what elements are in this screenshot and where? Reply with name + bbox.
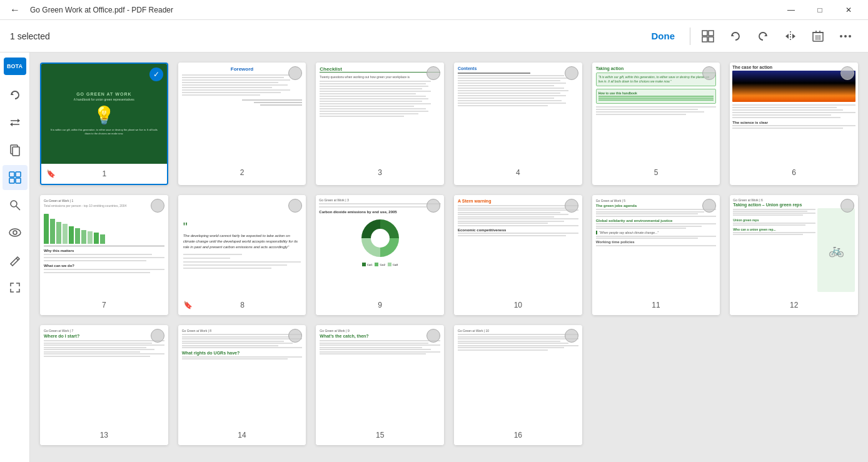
svg-point-28 bbox=[11, 201, 17, 207]
rotate-left-button[interactable] bbox=[723, 24, 748, 49]
svg-point-18 bbox=[849, 35, 851, 38]
svg-rect-2 bbox=[702, 37, 707, 42]
delete-button[interactable] bbox=[805, 24, 830, 49]
page-9-footer: 9 bbox=[316, 295, 444, 315]
sidebar-btn-search[interactable] bbox=[3, 193, 28, 218]
thumbnail-page-1[interactable]: GO GREEN AT WORK A handbook for union gr… bbox=[40, 63, 168, 185]
toolbar-divider bbox=[690, 28, 690, 45]
more-icon bbox=[839, 34, 852, 38]
more-button[interactable] bbox=[833, 24, 858, 49]
svg-rect-0 bbox=[702, 31, 707, 36]
svg-marker-20 bbox=[18, 119, 20, 123]
selected-count: 1 selected bbox=[10, 31, 50, 41]
svg-rect-25 bbox=[16, 172, 21, 177]
svg-point-17 bbox=[844, 35, 847, 38]
svg-line-29 bbox=[16, 206, 20, 210]
page-3-footer: 3 bbox=[316, 163, 444, 183]
main-content: BOTA bbox=[0, 53, 868, 462]
thumbnail-page-3[interactable]: Checklist Twenty questions when working … bbox=[316, 63, 444, 185]
page-13-footer: 13 bbox=[40, 425, 168, 445]
thumbnail-page-7[interactable]: Go Green at Work | 1 Total emissions per… bbox=[40, 195, 168, 315]
svg-rect-27 bbox=[16, 178, 21, 183]
page-7-footer: 7 bbox=[40, 295, 168, 315]
thumbnail-page-2[interactable]: Foreword bbox=[178, 63, 306, 185]
svg-rect-24 bbox=[9, 172, 14, 177]
sidebar-btn-edit[interactable] bbox=[3, 248, 28, 273]
minimize-button[interactable]: — bbox=[777, 0, 805, 20]
page-5-footer: 5 bbox=[592, 163, 720, 183]
thumbnail-page-12[interactable]: Go Green at Work | 6 Taking action – Uni… bbox=[730, 195, 858, 315]
window-controls: — □ ✕ bbox=[777, 0, 863, 20]
svg-rect-3 bbox=[709, 37, 714, 42]
sidebar-btn-expand[interactable] bbox=[3, 275, 28, 300]
page-8-footer: 🔖 8 bbox=[178, 295, 306, 315]
page-12-checkbox bbox=[840, 199, 854, 213]
toolbar: 1 selected Done bbox=[0, 20, 868, 53]
svg-point-31 bbox=[13, 231, 17, 234]
page-3-checkbox bbox=[426, 66, 440, 80]
maximize-button[interactable]: □ bbox=[805, 0, 834, 20]
thumbnail-page-8[interactable]: " The developing world cannot fairly be … bbox=[178, 195, 306, 315]
svg-rect-1 bbox=[709, 31, 714, 36]
svg-marker-7 bbox=[785, 34, 789, 39]
page-9-checkbox bbox=[426, 199, 440, 213]
svg-rect-26 bbox=[9, 178, 14, 183]
close-button[interactable]: ✕ bbox=[834, 0, 863, 20]
thumbnail-page-10[interactable]: A Stern warning Economic competitiveness bbox=[454, 195, 582, 315]
svg-point-16 bbox=[840, 35, 842, 38]
page-6-footer: 6 bbox=[730, 163, 858, 183]
svg-rect-23 bbox=[13, 147, 19, 156]
rotate-right-icon bbox=[757, 30, 769, 43]
page-4-footer: 4 bbox=[454, 163, 582, 183]
svg-point-30 bbox=[9, 229, 21, 236]
thumbnails-area[interactable]: GO GREEN AT WORK A handbook for union gr… bbox=[30, 53, 868, 462]
sidebar-btn-view[interactable] bbox=[3, 220, 28, 245]
page-2-footer: 2 bbox=[178, 163, 306, 183]
page-11-footer: 11 bbox=[592, 295, 720, 315]
thumbnail-page-13[interactable]: Go Green at Work | 7 Where do I start? bbox=[40, 325, 168, 445]
done-button[interactable]: Done bbox=[642, 27, 685, 45]
back-button[interactable]: ← bbox=[5, 2, 25, 18]
rotate-right-button[interactable] bbox=[750, 24, 775, 49]
page-1-footer: 🔖 1 bbox=[41, 164, 167, 184]
page-12-footer: 12 bbox=[730, 295, 858, 315]
page-1-checkbox: ✓ bbox=[149, 68, 163, 81]
page-15-footer: 15 bbox=[316, 425, 444, 445]
page-16-checkbox bbox=[565, 329, 578, 343]
bookmark-icon-8: 🔖 bbox=[183, 301, 193, 309]
sidebar-btn-rotate[interactable] bbox=[3, 83, 28, 108]
sidebar: BOTA bbox=[0, 53, 30, 462]
page-10-footer: 10 bbox=[454, 295, 582, 315]
bookmark-icon: 🔖 bbox=[46, 169, 56, 178]
page-16-footer: 16 bbox=[454, 425, 582, 445]
page-10-checkbox bbox=[565, 199, 578, 213]
svg-line-32 bbox=[16, 258, 18, 260]
thumbnail-page-14[interactable]: Go Green at Work | 8 What rights do UGRs… bbox=[178, 325, 306, 445]
title-bar: ← Go Green Work at Office.pdf - PDF Read… bbox=[0, 0, 868, 20]
grid-view-button[interactable] bbox=[695, 24, 720, 49]
thumbnail-page-15[interactable]: Go Green at Work | 9 What's the catch, t… bbox=[316, 325, 444, 445]
svg-point-34 bbox=[371, 229, 390, 248]
page-15-checkbox bbox=[426, 329, 440, 343]
thumbnail-page-5[interactable]: Taking action "It is within our gift, wi… bbox=[592, 63, 720, 185]
toolbar-left: 1 selected bbox=[10, 31, 637, 41]
svg-marker-21 bbox=[10, 123, 13, 126]
thumbnail-page-9[interactable]: Go Green at Work | 3 Carbon dioxide emis… bbox=[316, 195, 444, 315]
grid-icon bbox=[702, 30, 714, 43]
page-14-footer: 14 bbox=[178, 425, 306, 445]
mirror-button[interactable] bbox=[778, 24, 803, 49]
thumbnail-page-11[interactable]: Go Green at Work | 5 The green jobs agen… bbox=[592, 195, 720, 315]
sidebar-btn-swap[interactable] bbox=[3, 110, 28, 135]
window-title: Go Green Work at Office.pdf - PDF Reader bbox=[30, 6, 173, 14]
page-6-checkbox bbox=[840, 66, 854, 80]
sidebar-btn-pages[interactable] bbox=[3, 138, 28, 163]
thumbnail-page-16[interactable]: Go Green at Work | 10 16 bbox=[454, 325, 582, 445]
thumbnail-page-6[interactable]: The case for action The science is clear bbox=[730, 63, 858, 185]
sidebar-btn-organize[interactable] bbox=[3, 165, 28, 190]
page-7-checkbox bbox=[151, 199, 164, 213]
svg-marker-8 bbox=[792, 34, 795, 39]
app-logo: BOTA bbox=[4, 58, 26, 75]
thumbnail-page-4[interactable]: Contents bbox=[454, 63, 582, 185]
mirror-icon bbox=[784, 30, 797, 43]
toolbar-right: Done bbox=[642, 24, 859, 49]
